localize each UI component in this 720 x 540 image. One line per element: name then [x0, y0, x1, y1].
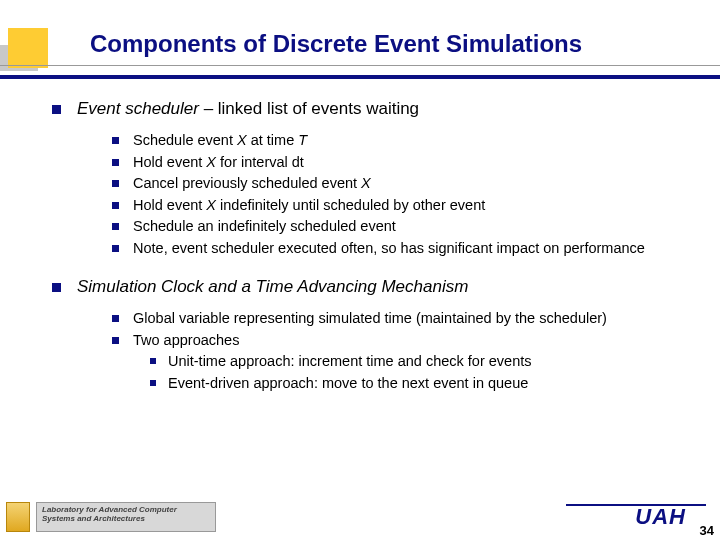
- header-thick-line: [0, 75, 720, 79]
- lab-line1: Laboratory for Advanced Computer: [42, 505, 177, 514]
- bullet-square-icon: [112, 223, 119, 230]
- bullet-square-icon: [112, 202, 119, 209]
- bullet-text: Event scheduler – linked list of events …: [77, 98, 419, 121]
- bullet-level1: Simulation Clock and a Time Advancing Me…: [52, 276, 700, 299]
- bullet-rest: – linked list of events waiting: [199, 99, 419, 118]
- subsub-bullet-text: Event-driven approach: move to the next …: [168, 374, 528, 394]
- bullet-level2: Hold event X for interval dt: [112, 153, 700, 173]
- bullet-level2: Hold event X indefinitely until schedule…: [112, 196, 700, 216]
- sub-bullet-text: Cancel previously scheduled event X: [133, 174, 371, 194]
- sub-bullet-text: Schedule an indefinitely scheduled event: [133, 217, 396, 237]
- sub-bullet-text: Hold event X for interval dt: [133, 153, 304, 173]
- subsub-bullet-text: Unit-time approach: increment time and c…: [168, 352, 531, 372]
- subsub-list: Unit-time approach: increment time and c…: [150, 352, 700, 393]
- header-thin-line: [0, 65, 720, 66]
- sub-list: Global variable representing simulated t…: [112, 309, 700, 393]
- sub-bullet-text: Two approaches: [133, 331, 239, 351]
- bullet-level2: Global variable representing simulated t…: [112, 309, 700, 329]
- bullet-level1: Event scheduler – linked list of events …: [52, 98, 700, 121]
- bullet-square-icon: [112, 315, 119, 322]
- bullet-square-icon: [112, 180, 119, 187]
- bullet-level2: Schedule event X at time T: [112, 131, 700, 151]
- bullet-square-icon: [112, 245, 119, 252]
- sub-bullet-text: Global variable representing simulated t…: [133, 309, 607, 329]
- lab-name-box: Laboratory for Advanced Computer Systems…: [36, 502, 216, 532]
- bullet-level2: Cancel previously scheduled event X: [112, 174, 700, 194]
- lab-logo-icon: [6, 502, 30, 532]
- slide-footer: Laboratory for Advanced Computer Systems…: [0, 492, 720, 540]
- header-decor-yellow: [8, 28, 48, 68]
- sub-bullet-text: Note, event scheduler executed often, so…: [133, 239, 645, 259]
- bullet-lead: Event scheduler: [77, 99, 199, 118]
- bullet-level2: Two approaches: [112, 331, 700, 351]
- bullet-text: Simulation Clock and a Time Advancing Me…: [77, 276, 468, 299]
- sub-bullet-text: Schedule event X at time T: [133, 131, 307, 151]
- bullet-square-icon: [52, 105, 61, 114]
- sub-bullet-text: Hold event X indefinitely until schedule…: [133, 196, 485, 216]
- bullet-square-icon: [112, 337, 119, 344]
- bullet-square-icon: [52, 283, 61, 292]
- bullet-square-icon: [150, 380, 156, 386]
- bullet-level2: Schedule an indefinitely scheduled event: [112, 217, 700, 237]
- bullet-level2: Note, event scheduler executed often, so…: [112, 239, 700, 259]
- bullet-square-icon: [112, 137, 119, 144]
- bullet-level3: Unit-time approach: increment time and c…: [150, 352, 700, 372]
- uah-logo: UAH: [635, 504, 686, 530]
- sub-list: Schedule event X at time T Hold event X …: [112, 131, 700, 258]
- page-number: 34: [700, 523, 714, 538]
- slide-content: Event scheduler – linked list of events …: [52, 98, 700, 412]
- slide-title: Components of Discrete Event Simulations: [90, 30, 582, 58]
- bullet-square-icon: [150, 358, 156, 364]
- bullet-lead: Simulation Clock and a Time Advancing Me…: [77, 277, 468, 296]
- lab-line2: Systems and Architectures: [42, 514, 145, 523]
- bullet-level3: Event-driven approach: move to the next …: [150, 374, 700, 394]
- slide-header: Components of Discrete Event Simulations: [0, 0, 720, 85]
- bullet-square-icon: [112, 159, 119, 166]
